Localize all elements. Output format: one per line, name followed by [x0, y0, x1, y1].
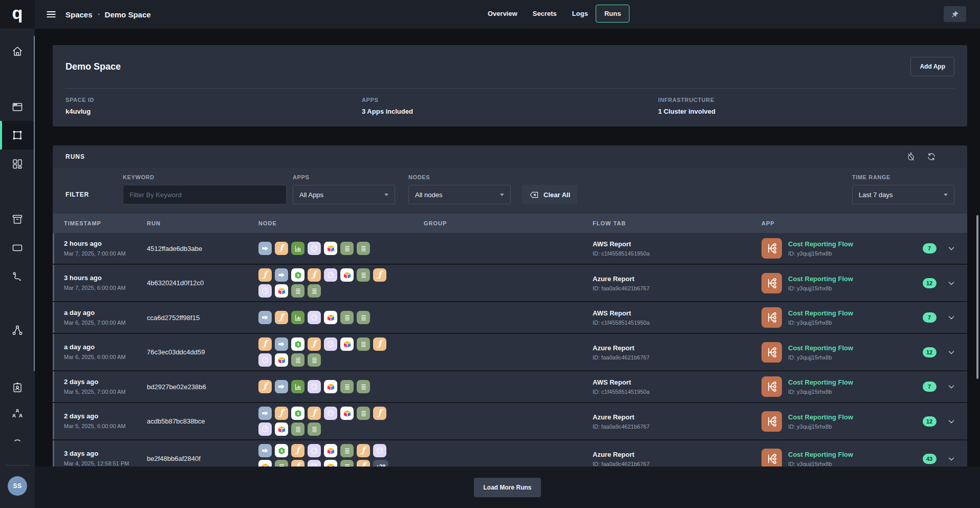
tab-overview[interactable]: Overview — [480, 5, 525, 23]
sidebar-item-team[interactable] — [11, 408, 24, 420]
expand-row-button[interactable] — [944, 279, 956, 288]
chevron-down-icon — [384, 194, 388, 196]
app-id: ID: y3qujj15rhx8b — [788, 389, 853, 395]
runs-card: RUNS FILTER KEYWORD APPS All Apps — [53, 145, 967, 477]
expand-row-button[interactable] — [944, 454, 956, 463]
run-timestamp: 2 days agoMar 5, 2025, 7:00:00 AM — [64, 378, 147, 396]
sidebar-item-profile[interactable] — [11, 382, 24, 394]
app-id: ID: y3qujj15rhx8b — [788, 250, 853, 257]
timer-node-icon — [308, 242, 321, 255]
function-node-icon: ƒ — [258, 337, 272, 351]
chart-node-icon — [291, 242, 304, 255]
expand-row-button[interactable] — [944, 348, 956, 357]
run-node-icons: ƒ$ƒƒ — [258, 268, 390, 298]
add-app-button[interactable]: Add App — [910, 57, 954, 76]
main-content: Demo Space Add App SPACE ID k4uvlug APPS… — [35, 0, 980, 477]
run-app: Cost Reporting FlowID: y3qujj15rhx8b — [761, 307, 915, 328]
layout-grid-icon — [11, 158, 24, 170]
pin-button[interactable] — [944, 6, 966, 22]
keyword-search-input[interactable] — [123, 185, 287, 204]
stat-label: INFRASTRUCTURE — [658, 97, 954, 103]
sidebar-item-boards[interactable] — [11, 158, 24, 170]
app-logo-letter: q — [12, 4, 23, 22]
app-name-link[interactable]: Cost Reporting Flow — [788, 275, 853, 283]
keyword-label: KEYWORD — [123, 174, 287, 180]
stat-apps: APPS 3 Apps included — [362, 97, 658, 115]
time-range-dropdown[interactable]: Last 7 days — [852, 185, 954, 204]
clear-all-button[interactable]: Clear All — [522, 185, 577, 204]
app-logo[interactable]: q — [0, 0, 35, 29]
id-badge-icon — [11, 382, 24, 394]
sidebar-item-partial[interactable] — [11, 435, 24, 440]
node-count-badge: 12 — [923, 416, 937, 427]
table-row[interactable]: a day agoMar 6, 2025, 7:00:00 AMcca6d275… — [53, 302, 967, 333]
list-node-icon — [357, 380, 370, 393]
time-range-value: Last 7 days — [859, 191, 893, 199]
expand-row-button[interactable] — [944, 417, 956, 426]
tab-logs[interactable]: Logs — [564, 5, 596, 23]
apps-dropdown[interactable]: All Apps — [293, 185, 395, 204]
breadcrumb-spaces-link[interactable]: Spaces — [66, 10, 93, 19]
run-id: 4512ffade6db3abe — [147, 245, 258, 252]
run-app: Cost Reporting FlowID: y3qujj15rhx8b — [761, 342, 915, 363]
table-row[interactable]: 2 days agoMar 5, 2025, 6:00:00 AMacdb5b8… — [53, 403, 967, 439]
timer-node-icon — [308, 444, 321, 457]
table-row[interactable]: 2 hours agoMar 7, 2025, 7:00:00 AM4512ff… — [53, 233, 967, 264]
sidebar-item-spaces[interactable] — [11, 129, 24, 141]
runs-table-header: TIMESTAMP RUN NODE GROUP FLOW TAB APP — [53, 214, 967, 233]
user-avatar[interactable]: SS — [8, 476, 27, 496]
app-name-link[interactable]: Cost Reporting Flow — [788, 344, 853, 352]
node-count-badge: 43 — [923, 454, 937, 464]
function-node-icon: ƒ — [308, 337, 321, 351]
tab-runs[interactable]: Runs — [596, 5, 630, 23]
table-row[interactable]: 2 days agoMar 5, 2025, 7:00:00 AMbd2927b… — [53, 371, 967, 402]
chart-node-icon — [291, 311, 304, 324]
run-flow-tab: AWS ReportID: c1f455851451950a — [593, 378, 761, 395]
function-node-icon: ƒ — [275, 407, 288, 420]
sidebar-item-home[interactable] — [11, 45, 24, 57]
chevron-down-icon — [947, 454, 956, 463]
sidebar-item-flows[interactable] — [11, 270, 24, 283]
run-node-icons: ƒ$ƒƒ — [258, 337, 390, 367]
vertical-scrollbar[interactable] — [976, 215, 978, 379]
app-name-link[interactable]: Cost Reporting Flow — [788, 451, 853, 458]
sidebar-item-cards[interactable] — [11, 242, 24, 254]
tab-secrets[interactable]: Secrets — [525, 5, 564, 23]
timer-node-icon — [324, 268, 337, 282]
hamburger-menu-button[interactable] — [45, 8, 57, 20]
table-row[interactable]: a day agoMar 6, 2025, 6:00:00 AM76c3ec03… — [53, 334, 967, 370]
expand-row-button[interactable] — [944, 382, 956, 391]
function-node-icon: ƒ — [373, 407, 386, 420]
function-node-icon: ƒ — [258, 380, 272, 393]
flow-app-icon — [761, 411, 782, 432]
expand-row-button[interactable] — [944, 313, 956, 322]
stat-value: 3 Apps included — [362, 108, 658, 115]
run-flow-tab: Azure ReportID: faa0a9c4621b6767 — [593, 344, 761, 361]
refresh-button[interactable] — [926, 152, 937, 162]
app-name-link[interactable]: Cost Reporting Flow — [788, 378, 853, 386]
timer-off-icon — [906, 152, 916, 161]
sidebar-item-apps[interactable] — [11, 101, 24, 113]
nodes-dropdown[interactable]: All nodes — [408, 185, 511, 204]
sidebar-item-integrations[interactable] — [11, 324, 24, 336]
table-row[interactable]: 3 hours agoMar 7, 2025, 6:00:00 AM4b6320… — [53, 265, 967, 301]
app-name-link[interactable]: Cost Reporting Flow — [788, 413, 853, 421]
chevron-down-icon — [947, 313, 956, 322]
timer-node-icon — [258, 284, 272, 298]
app-name-link[interactable]: Cost Reporting Flow — [788, 240, 853, 248]
arrow-node-icon — [275, 268, 288, 282]
users-group-icon — [11, 408, 24, 420]
chevron-down-icon — [947, 244, 956, 253]
auto-refresh-off-button[interactable] — [906, 152, 916, 162]
space-summary-card: Demo Space Add App SPACE ID k4uvlug APPS… — [53, 45, 967, 126]
hamburger-icon — [46, 9, 57, 20]
load-more-runs-button[interactable]: Load More Runs — [474, 478, 540, 497]
app-id: ID: y3qujj15rhx8b — [788, 424, 853, 430]
app-name-link[interactable]: Cost Reporting Flow — [788, 309, 853, 317]
airtable-node-icon — [275, 284, 288, 298]
expand-row-button[interactable] — [944, 244, 956, 253]
sidebar-scrollbar[interactable] — [34, 36, 35, 371]
sidebar-item-archive[interactable] — [11, 213, 24, 225]
sidebar: SS — [0, 29, 35, 508]
column-node: NODE — [258, 220, 424, 226]
